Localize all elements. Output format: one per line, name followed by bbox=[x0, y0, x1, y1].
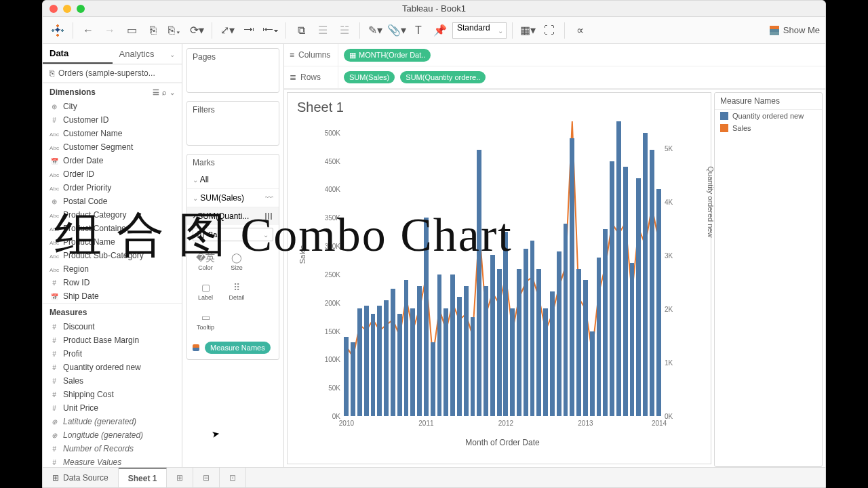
new-datasource-icon[interactable]: ⎘ bbox=[144, 21, 163, 40]
field-item[interactable]: Customer Name bbox=[43, 127, 182, 140]
field-item[interactable]: Order Date bbox=[43, 154, 182, 167]
sheet-title: Sheet 1 bbox=[294, 100, 711, 118]
dimensions-list: CityCustomer IDCustomer NameCustomer Seg… bbox=[43, 100, 182, 303]
tableau-logo-icon[interactable] bbox=[48, 21, 67, 40]
legend-item[interactable]: Sales bbox=[715, 122, 822, 134]
columns-shelf[interactable]: ≡Columns ▦MONTH(Order Dat.. bbox=[284, 44, 825, 66]
field-item[interactable]: Number of Records bbox=[43, 442, 182, 455]
field-item[interactable]: Unit Price bbox=[43, 401, 182, 415]
pin-icon[interactable]: 📌 bbox=[431, 21, 450, 40]
detail-icon: ⠿ bbox=[233, 282, 240, 294]
search-icon[interactable]: ⌕ bbox=[162, 88, 167, 97]
presentation-icon[interactable]: ⛶ bbox=[540, 21, 559, 40]
label-button[interactable]: ▢Label bbox=[190, 277, 221, 306]
size-button[interactable]: ◯Size bbox=[221, 247, 252, 277]
abc-icon[interactable]: ☰ bbox=[313, 21, 332, 40]
database-icon: ⎘ bbox=[50, 68, 54, 78]
num-type-icon bbox=[50, 378, 59, 385]
rows-shelf[interactable]: ≣Rows SUM(Sales) SUM(Quantity ordere.. bbox=[284, 66, 825, 89]
legend-card: Measure Names Quantity ordered newSales bbox=[714, 92, 823, 467]
cards-icon[interactable]: ▦▾ bbox=[518, 21, 537, 40]
field-item[interactable]: Product Name bbox=[43, 235, 182, 249]
datasource-item[interactable]: ⎘Orders (sample-supersto... bbox=[43, 64, 182, 83]
field-label: Customer Segment bbox=[63, 142, 133, 152]
sort-desc-icon[interactable]: ⭰▾ bbox=[261, 21, 280, 40]
field-item[interactable]: Product Sub-Category bbox=[43, 249, 182, 262]
detail-button[interactable]: ⠿Detail bbox=[221, 277, 252, 306]
field-item[interactable]: Product Base Margin bbox=[43, 333, 182, 347]
field-item[interactable]: Discount bbox=[43, 320, 182, 333]
marks-all[interactable]: All bbox=[187, 171, 279, 188]
color-encoding[interactable]: Measure Names bbox=[193, 340, 273, 355]
field-item[interactable]: Longitude (generated) bbox=[43, 428, 182, 442]
field-item[interactable]: Latitude (generated) bbox=[43, 415, 182, 428]
field-item[interactable]: Measure Values bbox=[43, 455, 182, 467]
share-icon[interactable]: ∝ bbox=[570, 21, 589, 40]
tab-analytics[interactable]: Analytics bbox=[113, 44, 182, 64]
field-label: Product Container bbox=[63, 224, 129, 233]
text-icon[interactable]: T bbox=[409, 21, 428, 40]
globe-type-icon bbox=[50, 198, 59, 205]
view-icon[interactable]: ☰ bbox=[153, 88, 159, 97]
marks-sales[interactable]: SUM(Sales)〰 bbox=[187, 188, 279, 207]
field-label: Measure Values bbox=[63, 458, 121, 467]
highlight-icon[interactable]: ✎▾ bbox=[366, 21, 384, 40]
pages-shelf[interactable]: Pages bbox=[186, 48, 279, 93]
tab-sheet1[interactable]: Sheet 1 bbox=[119, 468, 167, 487]
save-icon[interactable]: ▭ bbox=[122, 21, 141, 40]
rows-pill-qty[interactable]: SUM(Quantity ordere.. bbox=[400, 71, 486, 83]
tab-data[interactable]: Data bbox=[43, 44, 113, 64]
abc-type-icon bbox=[50, 239, 59, 246]
refresh-icon[interactable]: ⟳▾ bbox=[187, 21, 206, 40]
color-button[interactable]: �英Color bbox=[190, 247, 221, 277]
window-title: Tableau - Book1 bbox=[43, 3, 825, 14]
field-item[interactable]: Quantity ordered new bbox=[43, 361, 182, 374]
field-item[interactable]: Ship Date bbox=[43, 289, 182, 303]
field-item[interactable]: Order Priority bbox=[43, 181, 182, 195]
group-icon[interactable]: ⧉ bbox=[292, 21, 311, 40]
field-item[interactable]: Shipping Cost bbox=[43, 388, 182, 401]
filters-shelf[interactable]: Filters bbox=[186, 101, 279, 146]
legend-item[interactable]: Quantity ordered new bbox=[715, 110, 822, 122]
new-worksheet-button[interactable]: ⊞ bbox=[167, 468, 193, 487]
num-type-icon bbox=[50, 117, 59, 124]
field-item[interactable]: Order ID bbox=[43, 167, 182, 181]
field-item[interactable]: Product Container bbox=[43, 222, 182, 235]
new-story-button[interactable]: ⊡ bbox=[220, 468, 246, 487]
rows-pill-sales[interactable]: SUM(Sales) bbox=[344, 71, 395, 83]
new-worksheet-icon[interactable]: ⎘▾ bbox=[165, 21, 184, 40]
marks-qty[interactable]: SUM(Quanti... bbox=[187, 207, 279, 225]
back-icon[interactable]: ← bbox=[79, 21, 98, 40]
field-item[interactable]: Profit bbox=[43, 347, 182, 361]
toolbar: ← → ▭ ⎘ ⎘▾ ⟳▾ ⤢▾ ⭲ ⭰▾ ⧉ ☰ ☱ ✎▾ 📎▾ T 📌 St… bbox=[43, 17, 825, 44]
totals-icon[interactable]: ☱ bbox=[335, 21, 354, 40]
new-dashboard-button[interactable]: ⊟ bbox=[193, 468, 220, 487]
field-item[interactable]: Customer Segment bbox=[43, 140, 182, 154]
field-label: City bbox=[63, 102, 77, 111]
field-label: Customer Name bbox=[63, 129, 122, 138]
field-item[interactable]: Postal Code bbox=[43, 195, 182, 208]
columns-pill[interactable]: ▦MONTH(Order Dat.. bbox=[344, 49, 431, 62]
measures-header: Measures bbox=[43, 303, 182, 320]
attach-icon[interactable]: 📎▾ bbox=[387, 21, 406, 40]
viz-canvas[interactable]: Sheet 1 Sales 0K50K100K150K200K250K300K3… bbox=[287, 92, 711, 464]
swap-icon[interactable]: ⤢▾ bbox=[218, 21, 237, 40]
field-item[interactable]: Sales bbox=[43, 374, 182, 388]
field-item[interactable]: Customer ID bbox=[43, 113, 182, 127]
fit-dropdown[interactable]: Standard bbox=[452, 22, 507, 39]
field-item[interactable]: Row ID bbox=[43, 276, 182, 289]
sort-asc-icon[interactable]: ⭲ bbox=[239, 21, 258, 40]
mark-type-dropdown[interactable]: Bar bbox=[193, 228, 273, 241]
tooltip-button[interactable]: ▭Tooltip bbox=[190, 306, 221, 336]
field-label: Region bbox=[63, 264, 89, 274]
field-item[interactable]: Region bbox=[43, 262, 182, 276]
field-item[interactable]: City bbox=[43, 100, 182, 113]
num-type-icon bbox=[50, 350, 59, 358]
num-type-icon bbox=[50, 405, 59, 412]
field-item[interactable]: Product Category bbox=[43, 208, 182, 222]
forward-icon[interactable]: → bbox=[100, 21, 119, 40]
tab-datasource[interactable]: ⊞Data Source bbox=[43, 468, 119, 487]
showme-button[interactable]: Show Me bbox=[770, 25, 820, 35]
abc-type-icon bbox=[50, 130, 59, 138]
dropdown-icon[interactable] bbox=[170, 88, 175, 97]
